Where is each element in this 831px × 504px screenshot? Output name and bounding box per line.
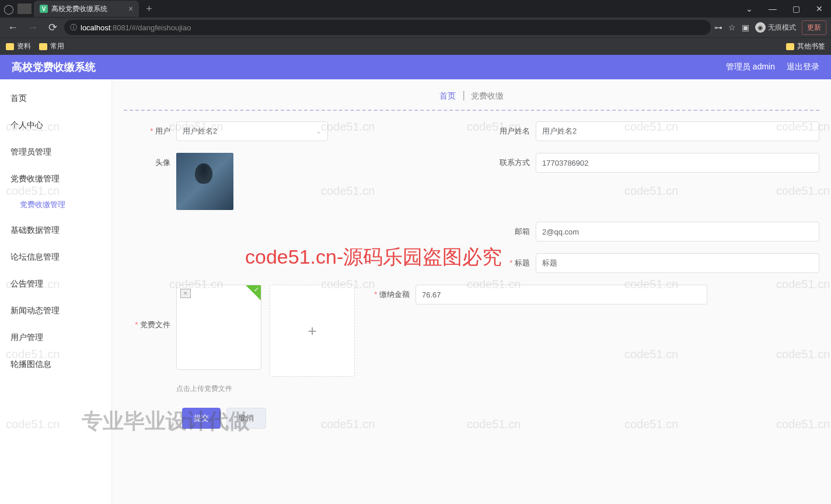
bookmark-other[interactable]: 其他书签 bbox=[786, 41, 825, 51]
url-input[interactable]: ⓘ localhost:8081/#/dangfeishoujiao bbox=[64, 20, 711, 35]
browser-tab-bar: ◯ V 高校党费收缴系统 × + ⌄ — ▢ ✕ bbox=[0, 0, 831, 18]
cancel-button[interactable]: 取消 bbox=[226, 408, 266, 429]
app-header: 高校党费收缴系统 管理员 admin 退出登录 bbox=[0, 55, 831, 79]
title-label: 标题 bbox=[483, 253, 530, 268]
browser-tab-active[interactable]: V 高校党费收缴系统 × bbox=[34, 1, 139, 17]
url-text: localhost:8081/#/dangfeishoujiao bbox=[81, 23, 191, 32]
folder-icon bbox=[6, 43, 14, 50]
vue-favicon: V bbox=[40, 5, 48, 13]
logout-link[interactable]: 退出登录 bbox=[787, 62, 819, 72]
extension-icon[interactable]: ▣ bbox=[742, 23, 749, 32]
incognito-icon: ◉ bbox=[755, 22, 766, 33]
broken-image-icon bbox=[180, 289, 191, 298]
sidebar-item-admin[interactable]: 管理员管理 bbox=[0, 139, 111, 166]
nav-forward-icon[interactable]: → bbox=[25, 19, 41, 36]
amount-label: 缴纳金额 bbox=[363, 285, 410, 304]
sidebar-item-fee[interactable]: 党费收缴管理 bbox=[0, 166, 111, 192]
breadcrumb: 首页 ⎮ 党费收缴 bbox=[124, 88, 819, 111]
phone-input[interactable]: 17703786902 bbox=[536, 153, 819, 173]
email-label: 邮箱 bbox=[483, 222, 530, 237]
username-input[interactable]: 用户姓名2 bbox=[536, 121, 819, 141]
avatar-label: 头像 bbox=[124, 153, 170, 168]
app-title: 高校党费收缴系统 bbox=[12, 60, 96, 74]
sidebar-item-home[interactable]: 首页 bbox=[0, 85, 111, 112]
breadcrumb-home[interactable]: 首页 bbox=[439, 91, 456, 100]
sidebar-item-forum[interactable]: 论坛信息管理 bbox=[0, 244, 111, 271]
title-input[interactable]: 标题 bbox=[536, 253, 819, 273]
email-input[interactable]: 2@qq.com bbox=[536, 222, 819, 242]
sidebar-item-basedata[interactable]: 基础数据管理 bbox=[0, 217, 111, 244]
tab-blank-1[interactable]: ◯ bbox=[0, 0, 18, 18]
site-info-icon[interactable]: ⓘ bbox=[70, 23, 77, 33]
chevron-down-icon: ⌄ bbox=[316, 127, 322, 135]
check-icon: ✓ bbox=[254, 286, 259, 293]
uploaded-file-card[interactable]: ✓ bbox=[176, 285, 261, 370]
nav-reload-icon[interactable]: ⟳ bbox=[44, 19, 61, 36]
upload-hint: 点击上传党费文件 bbox=[176, 384, 363, 394]
folder-icon bbox=[786, 43, 794, 50]
window-dropdown-icon[interactable]: ⌄ bbox=[738, 0, 761, 18]
key-icon[interactable]: ⊶ bbox=[714, 23, 722, 32]
bookmark-folder-2[interactable]: 常用 bbox=[39, 41, 64, 51]
sidebar: 首页 个人中心 管理员管理 党费收缴管理 党费收缴管理 基础数据管理 论坛信息管… bbox=[0, 79, 112, 504]
amount-input[interactable]: 76.67 bbox=[416, 285, 707, 304]
user-label: 用户 bbox=[124, 121, 170, 136]
sidebar-item-news[interactable]: 新闻动态管理 bbox=[0, 298, 111, 324]
browser-address-bar: ← → ⟳ ⓘ localhost:8081/#/dangfeishoujiao… bbox=[0, 18, 831, 37]
breadcrumb-separator-icon: ⎮ bbox=[462, 91, 466, 100]
window-minimize-icon[interactable]: — bbox=[761, 0, 784, 18]
content-area: 首页 ⎮ 党费收缴 用户 用户姓名2 ⌄ 用户姓名 用户姓名2 头像 bbox=[112, 79, 831, 504]
breadcrumb-current: 党费收缴 bbox=[471, 91, 504, 100]
phone-label: 联系方式 bbox=[483, 153, 530, 168]
sidebar-subitem-fee[interactable]: 党费收缴管理 bbox=[0, 192, 111, 217]
upload-add-button[interactable]: + bbox=[270, 285, 355, 377]
sidebar-item-profile[interactable]: 个人中心 bbox=[0, 112, 111, 139]
folder-icon bbox=[39, 43, 47, 50]
sidebar-item-notice[interactable]: 公告管理 bbox=[0, 271, 111, 298]
nav-back-icon[interactable]: ← bbox=[5, 19, 21, 36]
sidebar-item-carousel[interactable]: 轮播图信息 bbox=[0, 351, 111, 378]
bookmark-folder-1[interactable]: 资料 bbox=[6, 41, 31, 51]
header-user-link[interactable]: 管理员 admin bbox=[726, 62, 775, 72]
tab-title: 高校党费收缴系统 bbox=[51, 4, 107, 14]
window-close-icon[interactable]: ✕ bbox=[808, 0, 831, 18]
tab-blank-2[interactable] bbox=[18, 4, 32, 14]
update-button[interactable]: 更新 bbox=[802, 20, 826, 35]
new-tab-button[interactable]: + bbox=[146, 3, 152, 15]
sidebar-item-user[interactable]: 用户管理 bbox=[0, 324, 111, 351]
username-label: 用户姓名 bbox=[483, 121, 530, 136]
avatar-image bbox=[176, 153, 233, 210]
file-label: 党费文件 bbox=[124, 285, 170, 330]
submit-button[interactable]: 提交 bbox=[182, 408, 221, 429]
star-icon[interactable]: ☆ bbox=[728, 23, 736, 32]
bookmark-bar: 资料 常用 其他书签 bbox=[0, 37, 831, 55]
user-select[interactable]: 用户姓名2 ⌄ bbox=[176, 121, 328, 141]
incognito-badge[interactable]: ◉ 无痕模式 bbox=[755, 22, 796, 33]
window-maximize-icon[interactable]: ▢ bbox=[784, 0, 808, 18]
tab-close-icon[interactable]: × bbox=[128, 4, 133, 13]
